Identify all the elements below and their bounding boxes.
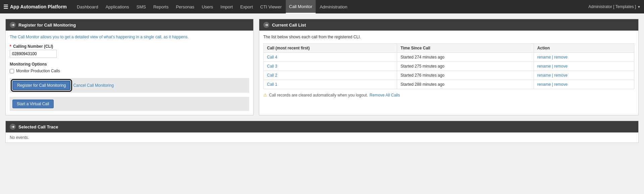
nav-link-administration[interactable]: Administration xyxy=(316,0,351,13)
call-actions: rename | remove xyxy=(534,80,634,89)
nav-link-import[interactable]: Import xyxy=(217,0,236,13)
brand: ☰ App Automation Platform xyxy=(3,4,67,10)
user-dropdown-icon[interactable]: ▼ xyxy=(637,5,641,9)
register-arrow-icon: ➔ xyxy=(10,22,16,28)
nav-link-applications[interactable]: Applications xyxy=(102,0,132,13)
call-actions: rename | remove xyxy=(534,62,634,71)
call-time: Started 275 minutes ago xyxy=(397,62,534,71)
nav-link-dashboard[interactable]: Dashboard xyxy=(73,0,102,13)
nav-link-personas[interactable]: Personas xyxy=(172,0,198,13)
col-header-time-since-call: Time Since Call xyxy=(397,44,534,53)
current-call-panel: ➔ Current Call List The list below shows… xyxy=(259,19,639,115)
auto-clear-text: Call records are cleared automatically w… xyxy=(269,93,368,98)
no-events-text: No events. xyxy=(6,132,638,143)
nav-link-reports[interactable]: Reports xyxy=(150,0,172,13)
call-time: Started 274 minutes ago xyxy=(397,53,534,62)
table-row: Call 3Started 275 minutes agorename | re… xyxy=(264,62,634,71)
call-actions: rename | remove xyxy=(534,71,634,80)
nav-link-users[interactable]: Users xyxy=(198,0,216,13)
navbar: ☰ App Automation Platform DashboardAppli… xyxy=(0,0,644,13)
nav-link-call-monitor[interactable]: Call Monitor xyxy=(286,0,316,13)
hamburger-icon[interactable]: ☰ xyxy=(3,4,8,10)
cancel-button[interactable]: Cancel Call Monitoring xyxy=(73,83,114,88)
current-call-panel-header: ➔ Current Call List xyxy=(259,19,638,31)
current-call-panel-body: The list below shows each call from the … xyxy=(259,31,638,102)
register-panel-title: Register for Call Monitoring xyxy=(18,23,76,28)
current-call-description: The list below shows each call from the … xyxy=(263,35,634,39)
calling-number-input[interactable] xyxy=(10,50,57,58)
nav-link-export[interactable]: Export xyxy=(237,0,256,13)
virtual-call-button[interactable]: Start a Virtual Call xyxy=(12,100,54,108)
monitor-production-label: Monitor Production Calls xyxy=(16,69,60,73)
action-remove[interactable]: remove xyxy=(554,64,568,69)
navbar-user[interactable]: Administrator [ Templates ] ▼ xyxy=(588,4,641,9)
call-table-head: Call (most recent first)Time Since CallA… xyxy=(264,44,634,53)
user-label: Administrator [ Templates ] xyxy=(588,4,636,9)
call-table-body: Call 4Started 274 minutes agorename | re… xyxy=(264,53,634,89)
table-row: Call 4Started 274 minutes agorename | re… xyxy=(264,53,634,62)
calling-number-label: * Calling Number (CLI) xyxy=(10,44,249,49)
trace-panel-title: Selected Call Trace xyxy=(18,124,58,129)
call-actions: rename | remove xyxy=(534,53,634,62)
call-link[interactable]: Call 3 xyxy=(267,64,277,69)
virtual-call-row: Start a Virtual Call xyxy=(10,97,249,111)
register-panel-body: The Call Monitor allows you to get a det… xyxy=(6,31,253,115)
main-content: ➔ Register for Call Monitoring The Call … xyxy=(0,13,644,121)
call-link[interactable]: Call 1 xyxy=(267,82,277,87)
table-row: Call 1Started 288 minutes agorename | re… xyxy=(264,80,634,89)
col-header-action: Action xyxy=(534,44,634,53)
action-rename[interactable]: rename xyxy=(537,82,551,87)
register-panel-header: ➔ Register for Call Monitoring xyxy=(6,19,253,31)
trace-arrow-icon: ➔ xyxy=(10,124,16,130)
monitor-production-checkbox[interactable] xyxy=(10,69,14,73)
action-buttons-row: Register for Call Monitoring Cancel Call… xyxy=(10,78,249,93)
nav-link-sms[interactable]: SMS xyxy=(133,0,149,13)
monitor-production-row: Monitor Production Calls xyxy=(10,69,249,73)
call-link[interactable]: Call 2 xyxy=(267,73,277,78)
monitoring-options-group: Monitoring Options Monitor Production Ca… xyxy=(10,62,249,73)
nav-links: DashboardApplicationsSMSReportsPersonasU… xyxy=(73,0,588,13)
register-button[interactable]: Register for Call Monitoring xyxy=(12,81,70,90)
call-link[interactable]: Call 4 xyxy=(267,55,277,60)
call-table: Call (most recent first)Time Since CallA… xyxy=(263,43,634,89)
monitoring-options-label: Monitoring Options xyxy=(10,62,249,67)
call-time: Started 276 minutes ago xyxy=(397,71,534,80)
register-panel: ➔ Register for Call Monitoring The Call … xyxy=(5,19,254,115)
table-row: Call 2Started 276 minutes agorename | re… xyxy=(264,71,634,80)
trace-panel: ➔ Selected Call Trace No events. xyxy=(5,121,639,143)
action-remove[interactable]: remove xyxy=(554,73,568,78)
auto-clear-note: ⚠ Call records are cleared automatically… xyxy=(263,92,634,98)
brand-title: App Automation Platform xyxy=(10,4,67,9)
action-rename[interactable]: rename xyxy=(537,73,551,78)
register-description: The Call Monitor allows you to get a det… xyxy=(10,35,249,39)
call-table-header-row: Call (most recent first)Time Since CallA… xyxy=(264,44,634,53)
current-call-panel-title: Current Call List xyxy=(272,23,306,28)
current-call-arrow-icon: ➔ xyxy=(263,22,269,28)
remove-all-link[interactable]: Remove All Calls xyxy=(370,93,400,98)
col-header-call-(most-recent-first): Call (most recent first) xyxy=(264,44,397,53)
trace-panel-header: ➔ Selected Call Trace xyxy=(6,121,638,132)
calling-number-group: * Calling Number (CLI) xyxy=(10,44,249,58)
warning-icon: ⚠ xyxy=(263,92,267,98)
action-rename[interactable]: rename xyxy=(537,55,551,60)
action-remove[interactable]: remove xyxy=(554,55,568,60)
call-time: Started 288 minutes ago xyxy=(397,80,534,89)
nav-link-cti-viewer[interactable]: CTI Viewer xyxy=(257,0,285,13)
action-rename[interactable]: rename xyxy=(537,64,551,69)
action-remove[interactable]: remove xyxy=(554,82,568,87)
